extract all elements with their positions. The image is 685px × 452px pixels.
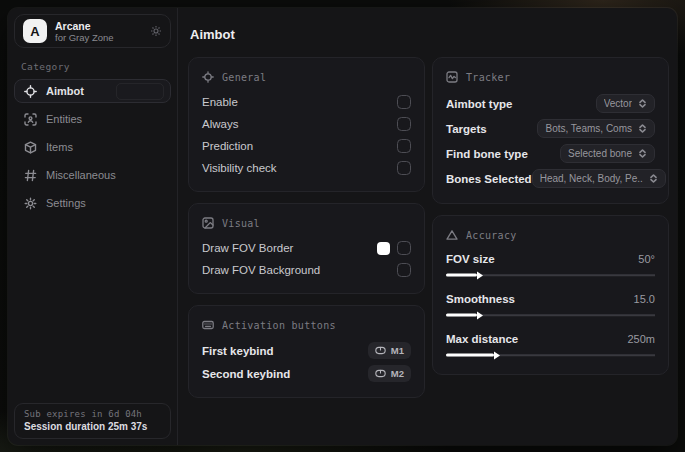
active-item-ghost-badge: [116, 83, 164, 100]
slider-group-smoothness: Smoothness 15.0: [446, 289, 655, 320]
activity-monitor-icon: [446, 71, 458, 83]
select-label: Targets: [446, 123, 487, 135]
draw-fov-background-checkbox[interactable]: [397, 263, 411, 277]
sidebar-nav: Aimbot Entities Items Miscellaneous: [14, 79, 171, 403]
scan-person-icon: [24, 113, 37, 126]
slider-label: Max distance: [446, 333, 518, 345]
slider-fill: [446, 274, 477, 277]
page-title: Aimbot: [190, 27, 669, 42]
mouse-icon: [375, 369, 386, 378]
visibility-check-checkbox[interactable]: [397, 161, 411, 175]
right-column: Tracker Aimbot type Vector Targets Bots,…: [432, 57, 669, 375]
toggle-label: Always: [202, 118, 238, 130]
enable-checkbox[interactable]: [397, 95, 411, 109]
select-row-find-bone-type: Find bone type Selected bone: [446, 141, 655, 166]
sidebar-item-items[interactable]: Items: [14, 135, 171, 159]
fov-border-color-swatch[interactable]: [377, 242, 390, 255]
general-card-header: General: [202, 71, 411, 83]
select-label: Aimbot type: [446, 98, 512, 110]
targets-select[interactable]: Bots, Teams, Coms: [537, 119, 655, 138]
mouse-icon: [375, 346, 386, 355]
sidebar: A Arcane for Gray Zone Category Aimbot: [8, 8, 178, 445]
session-info-card: Sub expires in 6d 04h Session duration 2…: [14, 403, 171, 439]
left-column: General Enable Always Prediction: [188, 57, 425, 398]
general-card: General Enable Always Prediction: [188, 57, 425, 192]
keyboard-icon: [202, 319, 214, 331]
row-controls: [377, 241, 411, 255]
toggle-row-draw-fov-background: Draw FOV Background: [202, 259, 411, 281]
draw-fov-border-checkbox[interactable]: [397, 241, 411, 255]
slider-value: 15.0: [634, 293, 655, 305]
select-row-aimbot-type: Aimbot type Vector: [446, 91, 655, 116]
slider-row-header: Smoothness 15.0: [446, 289, 655, 309]
toggle-row-enable: Enable: [202, 91, 411, 113]
chevrons-up-down-icon: [638, 149, 647, 158]
content-columns: General Enable Always Prediction: [188, 57, 669, 398]
select-label: Find bone type: [446, 148, 528, 160]
slider-group-fov-size: FOV size 50°: [446, 249, 655, 280]
chevrons-up-down-icon: [638, 124, 647, 133]
accuracy-card: Accuracy FOV size 50°: [432, 215, 669, 375]
sidebar-item-aimbot[interactable]: Aimbot: [14, 79, 171, 103]
prediction-checkbox[interactable]: [397, 139, 411, 153]
tracker-card-header: Tracker: [446, 71, 655, 83]
image-icon: [202, 217, 214, 229]
keybind-label: First keybind: [202, 345, 274, 357]
app-name: Arcane: [55, 20, 142, 32]
settings-gear-icon[interactable]: [150, 25, 162, 37]
sidebar-item-miscellaneous[interactable]: Miscellaneous: [14, 163, 171, 187]
app-logo: A: [23, 19, 47, 43]
toggle-label: Draw FOV Border: [202, 242, 293, 254]
slider-label: FOV size: [446, 253, 495, 265]
package-icon: [24, 141, 37, 154]
slider-row-header: Max distance 250m: [446, 329, 655, 349]
slider-value: 50°: [638, 253, 655, 265]
accuracy-card-header: Accuracy: [446, 229, 655, 241]
grid-hash-icon: [24, 169, 37, 182]
toggle-label: Enable: [202, 96, 238, 108]
visual-card: Visual Draw FOV Border Draw FOV Backgrou…: [188, 203, 425, 294]
app-titles: Arcane for Gray Zone: [55, 20, 142, 43]
toggle-label: Visibility check: [202, 162, 277, 174]
category-label: Category: [21, 61, 164, 72]
smoothness-slider[interactable]: [446, 310, 655, 320]
slider-label: Smoothness: [446, 293, 515, 305]
sidebar-item-label: Entities: [46, 113, 82, 125]
select-label: Bones Selected: [446, 173, 532, 185]
keybind-label: Second keybind: [202, 368, 290, 380]
first-keybind-button[interactable]: M1: [368, 342, 411, 359]
activation-card-header: Activation buttons: [202, 319, 411, 331]
bones-selected-select[interactable]: Head, Neck, Body, Pe..: [532, 169, 666, 188]
fov-size-slider[interactable]: [446, 270, 655, 280]
toggle-row-always: Always: [202, 113, 411, 135]
gear-icon: [24, 197, 37, 210]
toggle-label: Draw FOV Background: [202, 264, 320, 276]
aimbot-type-select[interactable]: Vector: [596, 94, 655, 113]
main-panel: Aimbot General Enable Always: [178, 8, 677, 445]
activation-buttons-card: Activation buttons First keybind M1 Seco…: [188, 305, 425, 398]
app-header-card: A Arcane for Gray Zone: [14, 14, 171, 48]
sidebar-item-label: Items: [46, 141, 73, 153]
toggle-row-draw-fov-border: Draw FOV Border: [202, 237, 411, 259]
max-distance-slider[interactable]: [446, 350, 655, 360]
toggle-row-prediction: Prediction: [202, 135, 411, 157]
slider-fill: [446, 314, 477, 317]
always-checkbox[interactable]: [397, 117, 411, 131]
slider-row-header: FOV size 50°: [446, 249, 655, 269]
crosshair-icon: [202, 71, 214, 83]
toggle-row-visibility-check: Visibility check: [202, 157, 411, 179]
sidebar-item-settings[interactable]: Settings: [14, 191, 171, 215]
sidebar-item-label: Aimbot: [46, 85, 84, 97]
keybind-row-first: First keybind M1: [202, 339, 411, 362]
slider-fill: [446, 354, 494, 357]
toggle-label: Prediction: [202, 140, 253, 152]
chevrons-up-down-icon: [638, 99, 647, 108]
find-bone-type-select[interactable]: Selected bone: [560, 144, 655, 163]
select-row-bones-selected: Bones Selected Head, Neck, Body, Pe..: [446, 166, 655, 191]
triangle-icon: [446, 229, 458, 241]
sidebar-item-label: Miscellaneous: [46, 169, 116, 181]
sidebar-item-entities[interactable]: Entities: [14, 107, 171, 131]
second-keybind-button[interactable]: M2: [368, 365, 411, 382]
app-window: A Arcane for Gray Zone Category Aimbot: [8, 8, 677, 445]
session-duration-text: Session duration 25m 37s: [24, 421, 161, 432]
